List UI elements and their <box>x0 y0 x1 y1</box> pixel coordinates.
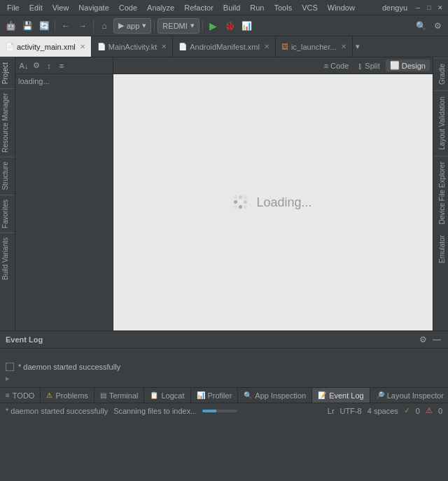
close-button[interactable]: ✕ <box>435 3 445 13</box>
status-encoding: UTF-8 <box>340 407 362 415</box>
right-tab-layout-validation[interactable]: Layout Validation <box>433 90 448 155</box>
bottom-tab-profiler[interactable]: 📊 Profiler <box>191 388 239 403</box>
collapse-arrow-icon[interactable]: ▸ <box>6 374 10 383</box>
sidebar-tab-build-variants[interactable]: Build Variants <box>0 232 15 284</box>
profile-btn[interactable]: 📊 <box>239 18 255 34</box>
view-design-label: Design <box>402 62 426 70</box>
file-tab-close-androidmanifest[interactable]: ✕ <box>264 43 270 50</box>
right-tab-gradle[interactable]: Gradle <box>433 57 448 90</box>
menu-run[interactable]: Run <box>246 2 268 13</box>
file-tab-iclauncher[interactable]: 🖼 ic_launcher... ✕ <box>276 36 353 57</box>
file-tab-close-mainactivity[interactable]: ✕ <box>161 43 167 50</box>
project-loading-text: loading... <box>18 77 50 85</box>
toolbar-android-icon[interactable]: 🤖 <box>3 18 18 34</box>
bottom-content: * daemon started successfully ▸ <box>0 349 448 387</box>
toolbar-settings-btn[interactable]: ⚙ <box>430 18 445 34</box>
view-split-btn[interactable]: ⫿ Split <box>354 60 384 71</box>
minimize-button[interactable]: ─ <box>413 3 423 13</box>
bottom-tab-layout-inspector[interactable]: 🔎 Layout Inspector <box>370 388 448 403</box>
toolbar-sync-btn[interactable]: 🔄 <box>36 18 52 34</box>
menu-tools[interactable]: Tools <box>270 2 296 13</box>
sidebar-tab-project[interactable]: Project <box>0 57 15 88</box>
menu-vcs[interactable]: VCS <box>298 2 322 13</box>
bottom-tab-problems[interactable]: ⚠ Problems <box>41 388 94 403</box>
file-tab-label-androidmanifest: AndroidManifest.xml <box>190 43 260 51</box>
view-code-label: Code <box>330 62 349 70</box>
project-toolbar: A↓ ⚙ ↕ ≡ <box>15 57 113 74</box>
menu-window[interactable]: Window <box>323 2 359 13</box>
run-button[interactable]: ▶ <box>206 18 221 34</box>
toolbar-back-btn[interactable]: ← <box>58 18 74 34</box>
sidebar-tab-resource-manager[interactable]: Resource Manager <box>0 88 15 157</box>
file-tab-androidmanifest[interactable]: 📄 AndroidManifest.xml ✕ <box>173 36 276 57</box>
log-checkbox-0[interactable] <box>6 363 14 371</box>
project-expand-btn[interactable]: ↕ <box>43 60 55 71</box>
status-bar: * daemon started successfully Scanning f… <box>0 403 448 418</box>
loading-area: Loading... <box>113 74 433 330</box>
debug-btn[interactable]: 🐞 <box>223 18 238 34</box>
file-tab-mainactivity[interactable]: 📄 MainActivity.kt ✕ <box>92 36 173 57</box>
toolbar-forward-btn[interactable]: → <box>75 18 90 34</box>
bottom-tab-profiler-label: Profiler <box>208 391 232 400</box>
status-position: Lr <box>328 407 335 415</box>
sidebar-tab-favorites[interactable]: Favorites <box>0 195 15 232</box>
bottom-tabs-bar: ≡ TODO ⚠ Problems ▤ Terminal 📋 Logcat 📊 … <box>0 387 448 403</box>
todo-icon: ≡ <box>6 391 10 399</box>
bottom-tab-event-log[interactable]: 📝 Event Log <box>312 388 370 403</box>
toolbar-search-btn[interactable]: 🔍 <box>413 18 428 34</box>
device-dropdown[interactable]: REDMI ▾ <box>158 18 199 34</box>
username-label: dengyu <box>382 4 407 12</box>
spinner-dot-9 <box>244 205 247 209</box>
main-content: Project Resource Manager Structure Favor… <box>0 57 448 330</box>
status-scanning-text: Scanning files to index... <box>113 407 197 415</box>
project-gear-btn[interactable]: ⚙ <box>31 60 42 71</box>
spinner-dot-2 <box>239 195 242 199</box>
terminal-icon: ▤ <box>100 391 106 399</box>
device-dropdown-label: REDMI <box>162 22 187 30</box>
file-tab-close-activity-main[interactable]: ✕ <box>80 43 85 50</box>
event-log-gear-btn[interactable]: ⚙ <box>417 334 428 345</box>
right-tab-emulator[interactable]: Emulator <box>433 230 448 269</box>
right-tab-device-file-explorer[interactable]: Device File Explorer <box>433 155 448 230</box>
menu-refactor[interactable]: Refactor <box>180 2 218 13</box>
project-collapse-btn[interactable]: ≡ <box>56 60 67 71</box>
toolbar-separator-2 <box>93 20 94 32</box>
file-tab-icon-xml: 📄 <box>6 43 14 50</box>
bottom-tab-terminal[interactable]: ▤ Terminal <box>94 388 145 403</box>
event-log-close-btn[interactable]: — <box>431 334 442 345</box>
file-tab-close-iclauncher[interactable]: ✕ <box>341 43 346 50</box>
spinner-dot-8 <box>239 205 242 209</box>
menu-edit[interactable]: Edit <box>25 2 47 13</box>
event-log-title: Event Log <box>6 335 43 344</box>
file-tab-icon-kt: 📄 <box>97 43 106 50</box>
bottom-tab-problems-label: Problems <box>55 391 88 400</box>
menu-code[interactable]: Code <box>115 2 141 13</box>
log-entry-0: * daemon started successfully <box>6 361 442 372</box>
file-tab-activity-main[interactable]: 📄 activity_main.xml ✕ <box>0 36 92 57</box>
file-tab-icon-img: 🖼 <box>281 43 288 50</box>
bottom-tab-terminal-label: Terminal <box>109 391 139 400</box>
menu-build[interactable]: Build <box>219 2 244 13</box>
menu-file[interactable]: File <box>3 2 24 13</box>
project-sort-btn[interactable]: A↓ <box>18 60 29 71</box>
toolbar-home-btn[interactable]: ⌂ <box>97 18 112 34</box>
app-dropdown[interactable]: ▶ app ▾ <box>113 18 151 34</box>
bottom-tab-logcat[interactable]: 📋 Logcat <box>144 388 190 403</box>
left-panel-tabs: Project Resource Manager Structure Favor… <box>0 57 15 330</box>
menu-navigate[interactable]: Navigate <box>74 2 113 13</box>
menu-view[interactable]: View <box>48 2 74 13</box>
toolbar-save-btn[interactable]: 💾 <box>20 18 35 34</box>
profiler-icon: 📊 <box>197 391 205 399</box>
bottom-tab-app-inspection[interactable]: 🔍 App Inspection <box>238 388 312 403</box>
editor-area: ≡ Code ⫿ Split ⬜ Design <box>113 57 433 330</box>
menu-analyze[interactable]: Analyze <box>143 2 178 13</box>
tab-overflow-btn[interactable]: ▾ <box>353 42 363 51</box>
view-code-btn[interactable]: ≡ Code <box>320 60 354 71</box>
bottom-tab-todo[interactable]: ≡ TODO <box>0 388 41 403</box>
bottom-panel: Event Log ⚙ — * daemon started successfu… <box>0 330 448 387</box>
maximize-button[interactable]: □ <box>424 3 434 13</box>
view-design-btn[interactable]: ⬜ Design <box>386 60 430 71</box>
sidebar-tab-structure[interactable]: Structure <box>0 157 15 195</box>
file-tab-label-iclauncher: ic_launcher... <box>291 43 337 51</box>
toolbar-right: 🔍 ⚙ <box>413 18 445 34</box>
